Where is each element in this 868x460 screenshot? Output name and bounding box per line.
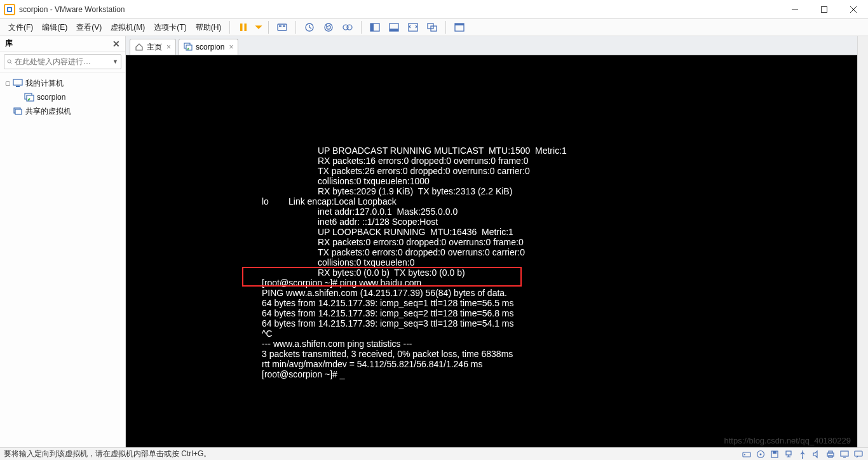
menu-file[interactable]: 文件(F) [4,20,37,36]
snapshot-revert-button[interactable] [320,20,337,35]
menu-edit[interactable]: 编辑(E) [37,20,72,36]
power-dropdown[interactable] [254,20,263,35]
tree-vm-scorpion[interactable]: scorpion [3,90,123,104]
tree-my-computer[interactable]: ▢ 我的计算机 [3,76,123,90]
tab-label: 主页 [147,42,162,53]
svg-rect-11 [370,24,374,31]
vm-console[interactable]: UP BROADCAST RUNNING MULTICAST MTU:1500 … [126,55,857,447]
tab-label: scorpion [196,43,224,51]
vm-icon [24,93,34,102]
power-group [234,20,264,35]
svg-rect-34 [786,451,791,455]
svg-point-7 [325,24,332,31]
svg-rect-25 [15,109,22,114]
device-sound-icon[interactable] [811,449,822,459]
console-line: collisions:0 txqueuelen:1000 [126,176,857,186]
tab-home[interactable]: 主页 × [130,39,176,55]
library-sidebar: 库 ✕ ▼ ▢ 我的计算机 scorpion [0,36,126,447]
svg-rect-37 [829,451,832,453]
tab-scorpion[interactable]: scorpion × [179,39,238,55]
search-input[interactable] [15,57,110,66]
svg-rect-18 [455,24,464,25]
svg-point-9 [347,25,352,30]
minimize-button[interactable] [780,0,810,19]
close-button[interactable] [839,0,868,19]
library-search[interactable]: ▼ [4,54,121,69]
svg-rect-20 [13,79,22,85]
status-hint: 要将输入定向到该虚拟机，请在虚拟机内部单击或按 Ctrl+G。 [4,449,211,459]
console-line: rtt min/avg/max/mdev = 54.112/55.821/56.… [126,359,857,369]
vertical-scrollbar[interactable] [857,36,868,447]
svg-point-29 [744,454,745,455]
device-usb-icon[interactable] [797,449,808,459]
svg-rect-33 [773,451,776,454]
console-line: RX bytes:2029 (1.9 KiB) TX bytes:2313 (2… [126,186,857,196]
device-message-icon[interactable] [853,449,864,459]
menu-vm[interactable]: 虚拟机(M) [106,20,149,36]
tree-label: scorpion [37,93,65,102]
menu-bar: 文件(F) 编辑(E) 查看(V) 虚拟机(M) 选项卡(T) 帮助(H) [0,19,868,36]
svg-rect-3 [278,24,287,30]
expander-icon[interactable]: ▢ [4,80,11,86]
toolbar-separator [229,21,230,34]
console-line: collisions:0 txqueuelen:0 [126,257,857,267]
console-line: RX packets:0 errors:0 dropped:0 overruns… [126,237,857,247]
svg-rect-28 [743,452,750,457]
device-hdd-icon[interactable] [741,449,752,459]
console-line: [root@scorpion ~]# _ [126,369,857,379]
tree-label: 我的计算机 [25,78,64,89]
svg-rect-39 [841,451,848,456]
view-sidebar-button[interactable] [367,20,383,35]
device-printer-icon[interactable] [825,449,836,459]
title-bar: scorpion - VMware Workstation [0,0,868,19]
sidebar-close-icon[interactable]: ✕ [112,39,120,49]
svg-rect-0 [822,6,827,12]
library-title: 库 [5,38,13,49]
device-network-icon[interactable] [783,449,794,459]
library-tree: ▢ 我的计算机 scorpion 共享的虚拟机 [0,72,125,122]
app-icon [4,4,15,15]
main-area: 主页 × scorpion × UP BROADCAST RUNNING MUL… [126,36,857,447]
console-line: 64 bytes from 14.215.177.39: icmp_seq=1 … [126,298,857,308]
status-bar: 要将输入定向到该虚拟机，请在虚拟机内部单击或按 Ctrl+G。 [0,447,868,460]
svg-rect-40 [855,451,862,456]
console-line: 64 bytes from 14.215.177.39: icmp_seq=3 … [126,318,857,328]
toolbar-separator [295,21,296,34]
toolbar-separator [268,21,269,34]
vm-icon [184,43,193,51]
device-display-icon[interactable] [839,449,850,459]
menu-tabs[interactable]: 选项卡(T) [149,20,191,36]
device-floppy-icon[interactable] [769,449,780,459]
console-line: TX packets:26 errors:0 dropped:0 overrun… [126,166,857,176]
device-cd-icon[interactable] [755,449,766,459]
toolbar-separator [361,21,362,34]
fullscreen-button[interactable] [451,20,468,35]
console-line: TX packets:0 errors:0 dropped:0 overruns… [126,247,857,257]
menu-view[interactable]: 查看(V) [72,20,106,36]
home-icon [135,43,144,51]
maximize-button[interactable] [810,0,839,19]
snapshot-take-button[interactable] [301,20,318,35]
menu-help[interactable]: 帮助(H) [191,20,226,36]
watermark: https://blog.csdn.net/qq_40180229 [724,436,851,446]
svg-rect-4 [279,25,281,27]
svg-point-19 [8,60,11,63]
console-line: inet6 addr: ::1/128 Scope:Host [126,217,857,227]
pause-button[interactable] [235,20,252,35]
snapshot-manager-button[interactable] [339,20,356,35]
view-stretch-button[interactable] [405,20,421,35]
console-line: lo Link encap:Local Loopback [126,196,857,206]
chevron-down-icon[interactable]: ▼ [112,58,118,65]
svg-rect-21 [16,86,20,87]
tab-close-icon[interactable]: × [229,43,233,51]
svg-point-35 [802,457,803,459]
view-console-button[interactable] [386,20,402,35]
console-line: PING www.a.shifen.com (14.215.177.39) 56… [126,288,857,298]
view-unity-button[interactable] [424,20,440,35]
computer-icon [13,79,23,88]
console-line: --- www.a.shifen.com ping statistics --- [126,339,857,349]
tree-shared-vms[interactable]: 共享的虚拟机 [3,104,123,118]
console-line: 64 bytes from 14.215.177.39: icmp_seq=2 … [126,308,857,318]
tab-close-icon[interactable]: × [166,43,171,51]
send-ctrl-alt-del-button[interactable] [274,20,290,35]
